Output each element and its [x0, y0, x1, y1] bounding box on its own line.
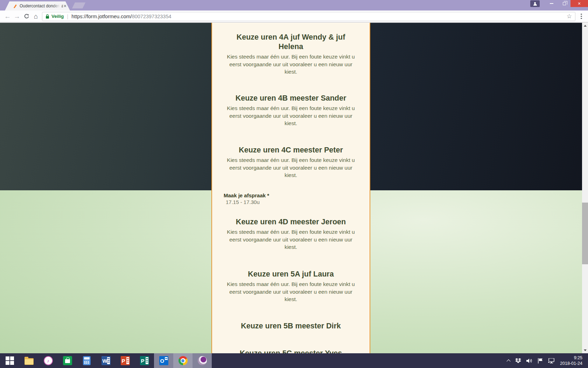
browser-tab[interactable]: Oudercontact donderdag × — [5, 1, 70, 11]
page-scrollbar[interactable] — [582, 23, 588, 353]
form-section-5a: Keuze uren 5A juf Laura Kies steeds maar… — [212, 270, 370, 303]
tab-title-fade — [52, 3, 62, 10]
section-title: Keuze uren 4D meester Jeroen — [212, 217, 370, 227]
taskbar-outlook[interactable]: O — [154, 353, 173, 368]
secure-label[interactable]: Veilig — [51, 14, 64, 19]
form-section-4c: Keuze uren 4C meester Peter Kies steeds … — [212, 145, 370, 179]
minimize-button[interactable] — [545, 0, 558, 7]
form-section-4b: Keuze uren 4B meester Sander Kies steeds… — [212, 94, 370, 127]
new-tab-button[interactable] — [72, 2, 85, 8]
page-viewport: Keuze uren 4A juf Wendy & juf Helena Kie… — [0, 23, 588, 353]
section-description: Kies steeds maar één uur. Bij een foute … — [212, 104, 370, 127]
store-icon — [63, 356, 72, 365]
restore-button[interactable] — [558, 0, 570, 7]
taskbar-clock[interactable]: 9:25 2018-01-24 — [560, 355, 582, 366]
word-icon: W — [102, 356, 111, 365]
window-caption-buttons: × — [530, 0, 588, 7]
chrome-icon — [178, 356, 188, 365]
section-title: Keuze uren 4C meester Peter — [212, 145, 370, 155]
start-button[interactable] — [0, 353, 19, 368]
section-description: Kies steeds maar één uur. Bij een foute … — [212, 228, 370, 251]
network-icon[interactable] — [548, 358, 555, 363]
section-title: Keuze uren 5C meester Yves — [212, 349, 370, 353]
scrollbar-thumb[interactable] — [582, 203, 588, 264]
action-center-flag-icon[interactable] — [538, 358, 543, 363]
folder-icon — [24, 358, 34, 365]
jotform-favicon-icon — [13, 4, 17, 8]
scrollbar-up-button[interactable] — [582, 23, 588, 29]
minimize-icon — [550, 3, 553, 4]
taskbar-chrome[interactable] — [173, 353, 192, 368]
triangle-down-icon — [584, 349, 587, 351]
taskbar-calculator[interactable] — [77, 353, 96, 368]
windows-taskbar: ♪ W P P O — [0, 353, 588, 368]
home-button[interactable]: ⌂ — [31, 12, 41, 21]
taskbar-store[interactable] — [58, 353, 77, 368]
clock-date: 2018-01-24 — [560, 361, 582, 366]
section-title: Keuze uren 5B meester Dirk — [212, 321, 370, 331]
url-separator: | — [67, 13, 68, 19]
section-title: Keuze uren 4B meester Sander — [212, 94, 370, 103]
bookmark-star-icon[interactable]: ☆ — [567, 13, 572, 20]
publisher-icon: P — [140, 356, 149, 365]
triangle-up-icon — [584, 25, 587, 27]
taskbar-word[interactable]: W — [96, 353, 115, 368]
close-window-button[interactable]: × — [570, 0, 588, 7]
page-url: https://form.jotformeu.com/8007239732335… — [71, 14, 171, 19]
forward-button[interactable]: → — [12, 12, 22, 21]
form-section-5c: Keuze uren 5C meester Yves — [212, 349, 370, 353]
appointment-field: Maak je afspraak * 17.15 - 17.30u — [224, 192, 269, 206]
taskbar-publisher[interactable]: P — [135, 353, 154, 368]
powerpoint-icon: P — [121, 356, 130, 365]
taskbar-itunes[interactable]: ♪ — [38, 353, 58, 368]
restore-icon — [563, 2, 566, 5]
appointment-selected-option[interactable]: 17.15 - 17.30u — [226, 199, 269, 206]
jotform-form-column: Keuze uren 4A juf Wendy & juf Helena Kie… — [211, 23, 370, 353]
browser-menu-button[interactable] — [578, 14, 585, 19]
clock-time: 9:25 — [560, 355, 582, 361]
url-host: https://form.jotformeu.com/ — [71, 14, 132, 19]
purple-swirl-app-icon — [198, 356, 207, 365]
dropbox-icon[interactable] — [515, 358, 521, 363]
section-description: Kies steeds maar één uur. Bij een foute … — [212, 53, 370, 76]
url-path: 80072397323354 — [132, 14, 172, 19]
back-button[interactable]: ← — [3, 12, 12, 21]
section-description: Kies steeds maar één uur. Bij een foute … — [212, 156, 370, 179]
taskbar-powerpoint[interactable]: P — [115, 353, 135, 368]
calculator-icon — [83, 356, 91, 365]
outlook-icon: O — [159, 356, 168, 365]
tray-expand-icon[interactable] — [506, 359, 510, 363]
desktop-screen: Oudercontact donderdag × × ← → ⌂ — [0, 0, 588, 368]
section-description: Kies steeds maar één uur. Bij een foute … — [212, 280, 370, 303]
windows-logo-icon — [6, 356, 14, 365]
tab-close-icon[interactable]: × — [64, 4, 66, 8]
browser-toolbar: ← → ⌂ Veilig | https://form.jotformeu.co… — [0, 11, 588, 22]
taskbar-purple-swirl-app[interactable] — [192, 353, 212, 368]
refresh-button[interactable] — [22, 14, 31, 19]
taskbar-file-explorer[interactable] — [19, 353, 38, 368]
person-icon — [533, 2, 537, 6]
form-section-5b: Keuze uren 5B meester Dirk — [212, 321, 370, 331]
address-bar[interactable]: Veilig | https://form.jotformeu.com/8007… — [42, 12, 575, 21]
refresh-icon — [24, 14, 29, 19]
form-section-4d: Keuze uren 4D meester Jeroen Kies steeds… — [212, 217, 370, 251]
scrollbar-down-button[interactable] — [582, 347, 588, 353]
form-section-4a: Keuze uren 4A juf Wendy & juf Helena Kie… — [212, 33, 370, 76]
system-tray: 9:25 2018-01-24 — [507, 353, 588, 368]
secure-padlock-icon — [46, 14, 49, 19]
browser-tab-strip: Oudercontact donderdag × × — [0, 0, 588, 11]
profile-button[interactable] — [530, 0, 540, 7]
volume-icon[interactable] — [526, 358, 533, 363]
appointment-label: Maak je afspraak * — [224, 192, 269, 199]
section-title: Keuze uren 5A juf Laura — [212, 270, 370, 279]
section-title: Keuze uren 4A juf Wendy & juf Helena — [212, 33, 370, 52]
itunes-icon: ♪ — [44, 356, 53, 365]
